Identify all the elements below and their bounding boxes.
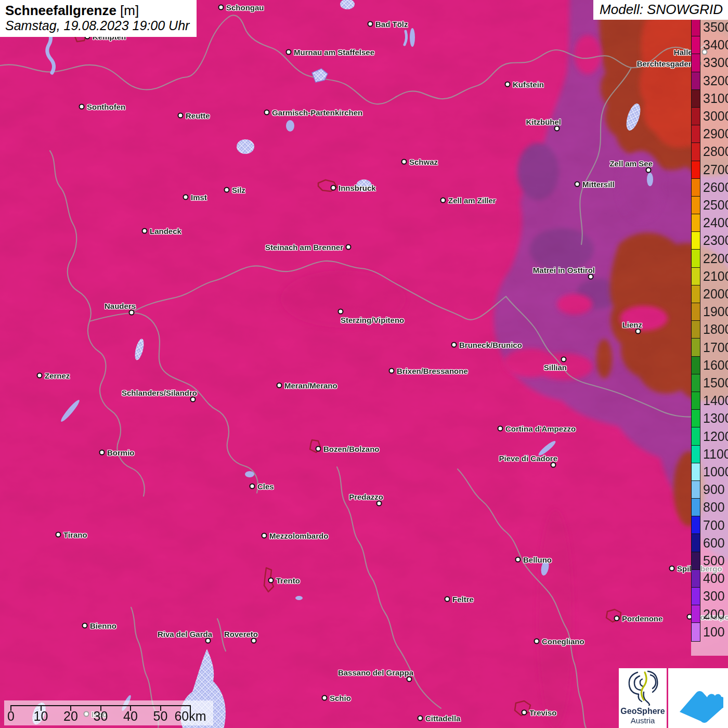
city-marker (554, 126, 560, 132)
city-marker (389, 368, 395, 374)
scalebar-number: 0 (7, 708, 15, 724)
colorbar-tick-label: 700 (703, 517, 725, 533)
city-label: Pordenone (622, 615, 662, 622)
city-label: Lienz (622, 321, 642, 329)
colorbar-tick-label: 3200 (703, 73, 728, 88)
scalebar-number: 10 (34, 708, 48, 724)
city-label: Murnau am Staffelsee (294, 48, 374, 56)
city-label: Imst (191, 193, 207, 201)
city-marker (268, 578, 274, 583)
colorbar-segment (692, 268, 700, 285)
model-label: Modell: SNOWGRID (593, 0, 728, 20)
colorbar-segment (692, 36, 700, 54)
city-label: Zell am Ziller (448, 197, 496, 204)
city-marker (205, 638, 211, 644)
colorbar-segment (692, 588, 700, 605)
city-label: Matrei in Osttirol (533, 266, 595, 274)
city-marker (316, 446, 321, 452)
colorbar-segment (692, 516, 700, 534)
city-marker (56, 532, 61, 538)
city-marker (368, 21, 373, 27)
colorbar-tick-label: 2500 (703, 197, 728, 213)
colorbar-segment (692, 321, 700, 339)
city-label: Bassano del Grappa (338, 669, 413, 677)
city-label: Bad Tölz (375, 20, 408, 28)
colorbar-tick-label: 2800 (703, 144, 728, 159)
colorbar-segment (692, 250, 700, 267)
city-marker (561, 357, 567, 362)
colorbar-tick-label: 1000 (703, 464, 728, 479)
colorbar (691, 18, 700, 642)
city-marker (129, 310, 135, 316)
city-label: Sonthofen (87, 103, 125, 111)
colorbar-tick-label: 2100 (703, 268, 728, 284)
colorbar-segment (692, 392, 700, 410)
colorbar-segment (692, 161, 700, 179)
city-label: Berchtesgaden (637, 60, 693, 68)
colorbar-segment (692, 605, 700, 623)
city-marker (277, 383, 282, 388)
colorbar-tick-label: 1800 (703, 321, 728, 337)
colorbar-tick-label: 200 (703, 606, 725, 622)
geosphere-logo: GeoSphere Austria (619, 668, 667, 728)
scalebar-number: 40 (123, 708, 138, 724)
colorbar-segment (692, 499, 700, 516)
city-marker (551, 462, 556, 468)
city-label: Kufstein (513, 81, 544, 88)
city-marker (440, 198, 446, 203)
bergfex-logo (668, 668, 728, 728)
colorbar-segment (692, 232, 700, 250)
city-label: Zernez (45, 372, 70, 380)
city-label: Silz (232, 186, 245, 194)
city-label: Steinach am Brenner (265, 243, 343, 251)
city-marker (401, 159, 407, 165)
city-label: Riva del Garda (158, 630, 212, 638)
city-label: Feltre (452, 595, 474, 603)
colorbar-segment (692, 534, 700, 552)
colorbar-segment (692, 197, 700, 214)
colorbar-tick-label: 100 (703, 624, 725, 640)
city-marker (614, 616, 620, 621)
city-label: Landeck (150, 227, 181, 235)
city-marker (498, 426, 503, 432)
city-marker (142, 228, 148, 234)
city-label: Schio (330, 694, 351, 702)
colorbar-tick-label: 2400 (703, 215, 728, 230)
city-label: Predazzo (349, 493, 383, 501)
colorbar-segment (692, 303, 700, 321)
colorbar-segment (692, 143, 700, 161)
city-marker (251, 638, 257, 644)
colorbar-tick-label: 1600 (703, 357, 728, 373)
colorbar-tick-label: 2600 (703, 179, 728, 195)
city-marker (264, 110, 270, 115)
colorbar-tick-label: 1700 (703, 340, 728, 355)
city-label: Treviso (529, 709, 557, 717)
city-label: Conegliano (542, 638, 584, 645)
scalebar-number: 50 (153, 708, 168, 724)
city-label: Bruneck/Brunico (459, 341, 522, 349)
colorbar-tick-label: 2200 (703, 251, 728, 266)
colorbar-tick-label: 300 (703, 588, 725, 604)
title-datetime: Samstag, 19.08.2023 19:00 Uhr (5, 18, 189, 33)
city-marker (322, 695, 328, 701)
colorbar-segment (692, 623, 700, 641)
city-label: Cles (257, 483, 274, 490)
city-marker (37, 373, 43, 379)
colorbar-tick-label: 3400 (703, 37, 728, 53)
geosphere-logo-mark (619, 668, 667, 706)
colorbar-tick-label: 1400 (703, 393, 728, 408)
city-marker (575, 181, 580, 187)
colorbar-tick-label: 3000 (703, 108, 728, 124)
city-label: Reutte (186, 112, 210, 120)
colorbar-segment (692, 427, 700, 445)
colorbar-tick-label: 2900 (703, 126, 728, 141)
colorbar-segment (692, 108, 700, 125)
city-marker (522, 710, 527, 716)
colorbar-segment (692, 179, 700, 197)
colorbar-segment (692, 410, 700, 427)
city-label: Brixen/Bressanone (397, 367, 468, 375)
colorbar-tick-label: 3500 (703, 19, 728, 35)
title-unit: [m] (120, 3, 139, 18)
city-marker (407, 677, 412, 682)
colorbar-segment (692, 285, 700, 303)
